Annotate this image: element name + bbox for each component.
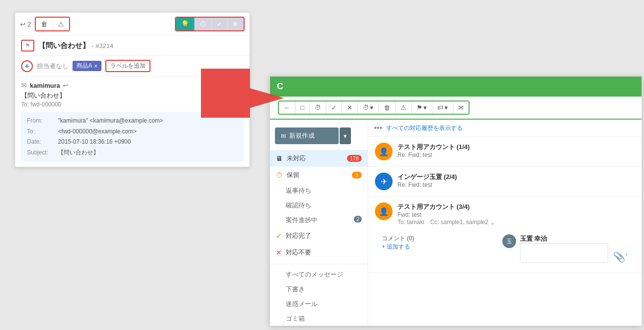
- message-card-1[interactable]: 👤 テスト用アカウント (1/4) Re: Fwd: test: [368, 137, 642, 167]
- close-button-main[interactable]: ✕: [342, 102, 358, 114]
- message-sender-1: テスト用アカウント (1/4): [397, 143, 635, 152]
- compose-icon: ✉: [281, 132, 286, 140]
- sidebar-item-waiting-confirm[interactable]: 確認待ち: [270, 198, 368, 213]
- nav-badge-unresponded: 178: [347, 155, 362, 162]
- sidebar-item-in-progress[interactable]: 案件進捗中2: [270, 213, 368, 228]
- square-button[interactable]: □: [296, 102, 310, 114]
- sidebar: ✉ 新規作成 ▾ 🖥 未対応 178 ⏱ 保留 3 返事待ち 確認待ち 案: [270, 120, 368, 326]
- add-comment-link[interactable]: + 追加する: [382, 243, 410, 250]
- more-dots-button[interactable]: •••: [374, 124, 382, 132]
- main-toolbar-group: ← □ ⏱ ✓ ✕ ⏱ ▾ 🗑 ⚠ ⚑ ▾ 🏷 ▾ ✉: [278, 101, 470, 115]
- sidebar-item-pending[interactable]: ⏱ 保留 3: [270, 167, 368, 183]
- delete-button[interactable]: 🗑: [36, 18, 53, 30]
- label-tag-close[interactable]: ×: [94, 63, 98, 70]
- tag-button-main[interactable]: 🏷 ▾: [432, 102, 453, 114]
- compose-label: 新規作成: [289, 131, 315, 140]
- right-action-group: 💡 ⏱ ✓ ✕: [175, 17, 245, 31]
- comment-box: コメント (0) + 追加する: [382, 234, 497, 263]
- detail-subject: Subject: 【問い合わせ】: [27, 148, 238, 158]
- sidebar-item-all-messages[interactable]: すべてのメッセージ: [270, 267, 368, 282]
- undo-count: 2: [27, 21, 31, 28]
- right-panel: C ← □ ⏱ ✓ ✕ ⏱ ▾ 🗑 ⚠ ⚑ ▾ 🏷 ▾ ✉: [270, 76, 642, 326]
- sidebar-item-waiting-reply[interactable]: 返事待ち: [270, 183, 368, 198]
- sidebar-item-trash[interactable]: ゴミ箱: [270, 311, 368, 326]
- clock2-button-main[interactable]: ⏱ ▾: [358, 102, 379, 114]
- msg-meta-3: テスト用アカウント (3/4) Fwd: test To: tamaki Cc:…: [397, 203, 635, 227]
- message-preview-2: Re: Fwd: test: [397, 181, 635, 188]
- msg-to-row: To: tamaki Cc: sample1, sample2 ⌄: [397, 218, 635, 227]
- avatar-2: ✈: [375, 173, 393, 190]
- nav-badge-pending: 3: [352, 172, 362, 178]
- assignee-row: + 担当者なし 商品A × ラベルを追加: [15, 56, 249, 76]
- clock-button[interactable]: ⏱: [195, 18, 212, 30]
- avatar-icon-2: ✈: [381, 177, 387, 186]
- comment-label: コメント (0) + 追加する: [382, 234, 497, 251]
- clock-icon-sidebar: ⏱: [276, 171, 283, 179]
- sidebar-item-unresponded[interactable]: 🖥 未対応 178: [270, 150, 368, 167]
- clock-button-main[interactable]: ⏱: [310, 102, 326, 114]
- avatar-icon-1: 👤: [379, 147, 389, 156]
- envelope-button-main[interactable]: ✉: [453, 102, 469, 114]
- message-preview-1: Re: Fwd: test: [397, 152, 635, 158]
- sidebar-item-draft[interactable]: 下書き: [270, 282, 368, 297]
- x-icon-sidebar: ✕: [276, 249, 282, 256]
- add-label-button[interactable]: ラベルを追加: [105, 60, 150, 72]
- commenter-name: 玉置 幸治: [520, 234, 608, 243]
- message-info-2: インゲージ玉置 (2/4) Re: Fwd: test: [397, 173, 635, 188]
- right-panel-body: ✉ 新規作成 ▾ 🖥 未対応 178 ⏱ 保留 3 返事待ち 確認待ち 案: [270, 120, 642, 326]
- message-card-2[interactable]: ✈ インゲージ玉置 (2/4) Re: Fwd: test: [368, 167, 642, 197]
- left-action-group: 🗑 ⚠: [35, 17, 70, 31]
- commenter-avatar: 玉: [502, 234, 516, 248]
- expand-icon[interactable]: ⌄: [490, 219, 495, 226]
- message-sender-2: インゲージ玉置 (2/4): [397, 173, 635, 181]
- undo-icon: ↩: [20, 21, 25, 28]
- comment-section-3: コメント (0) + 追加する 玉 玉置 幸治 📎+: [375, 230, 635, 267]
- comment-input-field[interactable]: [520, 243, 608, 263]
- sender-name: kamimura: [30, 82, 60, 89]
- history-link[interactable]: すべての対応履歴を表示する: [386, 124, 463, 132]
- email-detail-box: From: "kamimura" <kamimura@example.com> …: [21, 112, 244, 162]
- compose-button[interactable]: ✉ 新規作成: [275, 127, 339, 144]
- nav-label-not-needed: 対応不要: [286, 248, 362, 257]
- flag-button-main[interactable]: ⚑ ▾: [412, 102, 432, 114]
- nav-badge-in-progress: 2: [354, 216, 362, 223]
- email-subject: 【問い合わせ】 - #3214: [38, 41, 113, 51]
- back-button[interactable]: ←: [279, 102, 296, 114]
- sidebar-item-spam[interactable]: 迷惑メール: [270, 297, 368, 311]
- email-to-preview: To: fwd-000000: [21, 101, 244, 108]
- detail-date: Date: 2015-07-10 18:36:16 +0900: [27, 137, 238, 148]
- email-title-row: ⚑ 【問い合わせ】 - #3214: [15, 36, 249, 56]
- alert-button-main[interactable]: ⚠: [396, 102, 412, 114]
- bulb-button[interactable]: 💡: [176, 18, 195, 30]
- compose-arrow-button[interactable]: ▾: [340, 127, 351, 144]
- add-assignee-button[interactable]: +: [21, 60, 33, 72]
- avatar-3: 👤: [375, 203, 393, 220]
- email-sender-row: ✉ kamimura ↩: [21, 81, 244, 89]
- main-content: ••• すべての対応履歴を表示する 👤 テスト用アカウント (1/4) Re: …: [368, 120, 642, 326]
- reply-icon: ↩: [63, 81, 69, 89]
- sidebar-item-not-needed[interactable]: ✕ 対応不要: [270, 244, 368, 261]
- msg-header-3: 👤 テスト用アカウント (3/4) Fwd: test To: tamaki C…: [375, 203, 635, 227]
- flag-button[interactable]: ⚑: [21, 40, 34, 51]
- sidebar-item-completed[interactable]: ✓ 対応完了: [270, 228, 368, 244]
- close-button[interactable]: ✕: [228, 18, 244, 30]
- left-toolbar: ↩ 2 🗑 ⚠ 💡 ⏱ ✓ ✕: [15, 13, 249, 36]
- right-panel-toolbar: ← □ ⏱ ✓ ✕ ⏱ ▾ 🗑 ⚠ ⚑ ▾ 🏷 ▾ ✉: [270, 97, 642, 120]
- nav-label-pending: 保留: [287, 171, 348, 179]
- email-subject-preview: 【問い合わせ】: [21, 91, 244, 100]
- alert-button[interactable]: ⚠: [53, 18, 69, 30]
- message-info-1: テスト用アカウント (1/4) Re: Fwd: test: [397, 143, 635, 158]
- trash-button-main[interactable]: 🗑: [379, 102, 396, 114]
- check-button[interactable]: ✓: [212, 18, 228, 30]
- undo-button[interactable]: ↩ 2: [20, 21, 31, 28]
- check-button-main[interactable]: ✓: [326, 102, 342, 114]
- email-envelope-icon: ✉: [21, 81, 27, 89]
- green-header-bar: C: [270, 76, 642, 97]
- detail-to: To: <fwd-000000@example.com>: [27, 127, 238, 137]
- avatar-icon-3: 👤: [379, 207, 389, 216]
- nav-label-completed: 対応完了: [286, 231, 362, 240]
- more-btn-row: ••• すべての対応履歴を表示する: [368, 120, 642, 137]
- email-item: ✉ kamimura ↩ 【問い合わせ】 To: fwd-000000 From…: [15, 76, 249, 167]
- attachment-icon[interactable]: 📎+: [613, 251, 628, 263]
- message-sender-3: テスト用アカウント (3/4): [397, 203, 635, 211]
